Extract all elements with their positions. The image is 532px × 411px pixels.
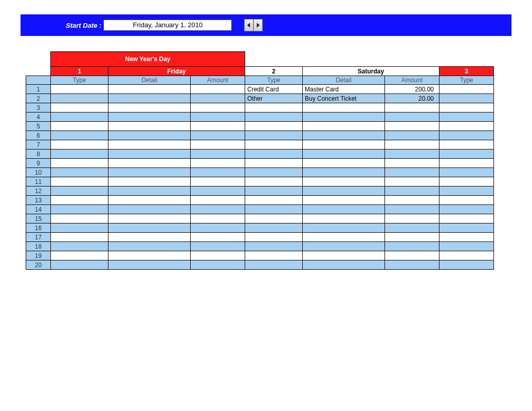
- cell-type[interactable]: [245, 223, 303, 233]
- cell-type[interactable]: [439, 94, 494, 103]
- cell-amount[interactable]: [385, 260, 439, 270]
- cell-amount[interactable]: [191, 140, 245, 150]
- cell-type[interactable]: [439, 260, 494, 270]
- cell-type[interactable]: [51, 196, 108, 205]
- cell-detail[interactable]: [108, 113, 191, 122]
- cell-type[interactable]: [51, 140, 108, 150]
- cell-type[interactable]: [51, 177, 108, 186]
- cell-type[interactable]: [245, 113, 303, 122]
- cell-amount[interactable]: [385, 113, 439, 122]
- cell-detail[interactable]: Master Card: [303, 85, 385, 94]
- cell-detail[interactable]: [303, 131, 385, 140]
- cell-type[interactable]: [439, 113, 494, 122]
- cell-detail[interactable]: [303, 242, 385, 251]
- cell-amount[interactable]: [385, 159, 439, 168]
- date-prev-button[interactable]: [244, 19, 253, 31]
- cell-amount[interactable]: [385, 196, 439, 205]
- cell-type[interactable]: [245, 186, 303, 196]
- cell-type[interactable]: [439, 131, 494, 140]
- cell-amount[interactable]: [385, 205, 439, 214]
- cell-amount[interactable]: [191, 122, 245, 131]
- cell-type[interactable]: [439, 150, 494, 159]
- cell-type[interactable]: [245, 251, 303, 260]
- cell-detail[interactable]: [303, 177, 385, 186]
- cell-type[interactable]: [245, 103, 303, 113]
- cell-detail[interactable]: [108, 251, 191, 260]
- cell-type[interactable]: [51, 159, 108, 168]
- cell-amount[interactable]: [191, 196, 245, 205]
- cell-detail[interactable]: [303, 260, 385, 270]
- cell-amount[interactable]: [191, 150, 245, 159]
- cell-type[interactable]: [439, 186, 494, 196]
- cell-amount[interactable]: [191, 205, 245, 214]
- cell-detail[interactable]: [303, 214, 385, 223]
- cell-detail[interactable]: [108, 177, 191, 186]
- cell-amount[interactable]: [385, 168, 439, 177]
- cell-amount[interactable]: [191, 233, 245, 242]
- cell-amount[interactable]: [191, 85, 245, 94]
- cell-type[interactable]: [439, 223, 494, 233]
- cell-amount[interactable]: [191, 177, 245, 186]
- cell-amount[interactable]: [191, 214, 245, 223]
- cell-detail[interactable]: [108, 214, 191, 223]
- cell-type[interactable]: [439, 196, 494, 205]
- cell-detail[interactable]: Buy Concert Ticket: [303, 94, 385, 103]
- cell-type[interactable]: [245, 150, 303, 159]
- cell-detail[interactable]: [108, 205, 191, 214]
- cell-amount[interactable]: [385, 214, 439, 223]
- cell-amount[interactable]: [385, 177, 439, 186]
- cell-detail[interactable]: [303, 251, 385, 260]
- start-date-field[interactable]: Friday, January 1, 2010: [103, 20, 232, 31]
- cell-detail[interactable]: [108, 186, 191, 196]
- cell-amount[interactable]: [191, 242, 245, 251]
- cell-amount[interactable]: [191, 260, 245, 270]
- cell-detail[interactable]: [108, 223, 191, 233]
- cell-type[interactable]: [245, 205, 303, 214]
- cell-detail[interactable]: [303, 113, 385, 122]
- cell-amount[interactable]: [385, 233, 439, 242]
- cell-type[interactable]: [245, 168, 303, 177]
- cell-detail[interactable]: [303, 122, 385, 131]
- cell-type[interactable]: [51, 85, 108, 94]
- cell-type[interactable]: [439, 233, 494, 242]
- cell-amount[interactable]: [191, 131, 245, 140]
- cell-amount[interactable]: [191, 103, 245, 113]
- cell-type[interactable]: [439, 214, 494, 223]
- cell-detail[interactable]: [108, 168, 191, 177]
- cell-detail[interactable]: [303, 186, 385, 196]
- cell-detail[interactable]: [108, 94, 191, 103]
- cell-amount[interactable]: [385, 140, 439, 150]
- cell-type[interactable]: [51, 113, 108, 122]
- cell-amount[interactable]: [385, 103, 439, 113]
- cell-amount[interactable]: [191, 113, 245, 122]
- cell-type[interactable]: [51, 251, 108, 260]
- cell-type[interactable]: Other: [245, 94, 303, 103]
- cell-amount[interactable]: [191, 186, 245, 196]
- cell-type[interactable]: [439, 159, 494, 168]
- cell-type[interactable]: Credit Card: [245, 85, 303, 94]
- cell-detail[interactable]: [303, 150, 385, 159]
- cell-amount[interactable]: [385, 251, 439, 260]
- cell-type[interactable]: [245, 196, 303, 205]
- cell-amount[interactable]: 200.00: [385, 85, 439, 94]
- cell-type[interactable]: [51, 242, 108, 251]
- cell-amount[interactable]: [385, 150, 439, 159]
- cell-detail[interactable]: [303, 140, 385, 150]
- cell-amount[interactable]: [191, 94, 245, 103]
- cell-detail[interactable]: [108, 159, 191, 168]
- cell-type[interactable]: [51, 260, 108, 270]
- cell-detail[interactable]: [303, 233, 385, 242]
- cell-type[interactable]: [51, 214, 108, 223]
- cell-detail[interactable]: [108, 196, 191, 205]
- cell-detail[interactable]: [303, 159, 385, 168]
- cell-type[interactable]: [439, 242, 494, 251]
- cell-detail[interactable]: [108, 233, 191, 242]
- cell-type[interactable]: [245, 242, 303, 251]
- cell-type[interactable]: [245, 159, 303, 168]
- cell-type[interactable]: [439, 140, 494, 150]
- cell-detail[interactable]: [303, 196, 385, 205]
- cell-amount[interactable]: [385, 122, 439, 131]
- cell-detail[interactable]: [303, 103, 385, 113]
- cell-amount[interactable]: [191, 159, 245, 168]
- date-next-button[interactable]: [253, 19, 263, 31]
